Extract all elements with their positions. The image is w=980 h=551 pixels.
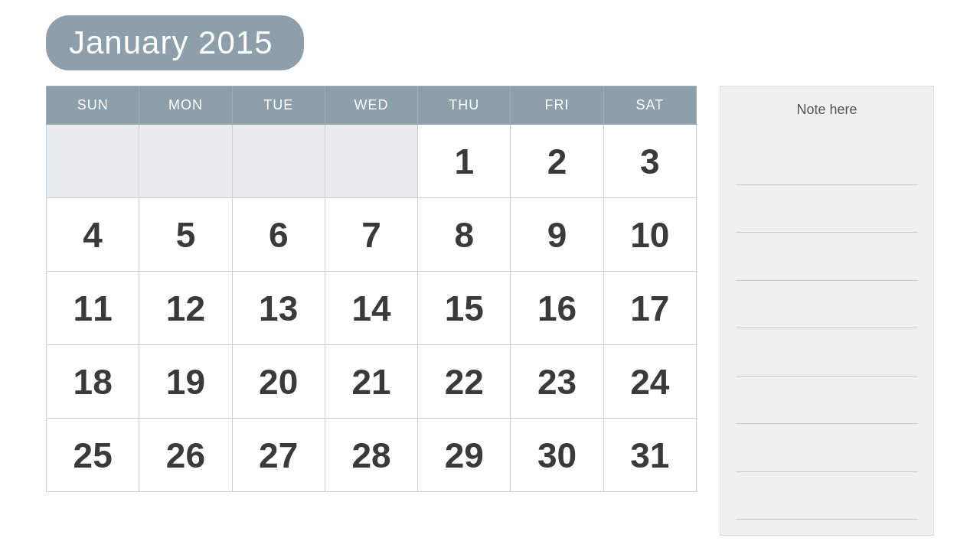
note-line[interactable] (736, 472, 918, 520)
notes-header: Note here (720, 86, 933, 129)
content-area: SUN MON TUE WED THU FRI SAT 123456789101… (46, 86, 934, 536)
header-mon: MON (139, 86, 232, 125)
header-sun: SUN (47, 86, 139, 125)
calendar-week-row: 11121314151617 (47, 272, 697, 345)
calendar-day[interactable]: 6 (232, 198, 325, 272)
header-thu: THU (418, 86, 511, 125)
note-line[interactable] (736, 137, 918, 185)
calendar-day[interactable]: 13 (232, 272, 325, 345)
calendar-day[interactable]: 30 (511, 419, 603, 492)
calendar-day[interactable]: 18 (47, 345, 139, 419)
calendar-day[interactable]: 27 (232, 419, 325, 492)
calendar-day[interactable]: 10 (603, 198, 696, 272)
calendar-day[interactable]: 31 (603, 419, 696, 492)
calendar-day[interactable]: 20 (232, 345, 325, 419)
calendar-day[interactable]: 19 (139, 345, 232, 419)
calendar-day[interactable]: 8 (418, 198, 511, 272)
header-tue: TUE (232, 86, 325, 125)
calendar-day[interactable]: 24 (603, 345, 696, 419)
calendar-day[interactable]: 28 (325, 419, 417, 492)
calendar-day[interactable]: 11 (47, 272, 139, 345)
calendar-wrapper: SUN MON TUE WED THU FRI SAT 123456789101… (46, 86, 697, 536)
calendar-day[interactable]: 4 (47, 198, 139, 272)
calendar-day (232, 125, 325, 198)
calendar-day[interactable]: 5 (139, 198, 232, 272)
calendar-day[interactable]: 15 (418, 272, 511, 345)
note-line[interactable] (736, 185, 918, 233)
calendar-day (325, 125, 417, 198)
calendar-table: SUN MON TUE WED THU FRI SAT 123456789101… (46, 86, 697, 492)
calendar-day[interactable]: 26 (139, 419, 232, 492)
calendar-day (139, 125, 232, 198)
calendar-day[interactable]: 22 (418, 345, 511, 419)
calendar-day[interactable]: 17 (603, 272, 696, 345)
note-line[interactable] (736, 328, 918, 377)
header-fri: FRI (511, 86, 603, 125)
calendar-day[interactable]: 25 (47, 419, 139, 492)
calendar-day[interactable]: 9 (511, 198, 603, 272)
month-title: January 2015 (46, 15, 304, 70)
note-line[interactable] (736, 281, 918, 329)
header-sat: SAT (603, 86, 696, 125)
calendar-day[interactable]: 3 (603, 125, 696, 198)
calendar-day[interactable]: 21 (325, 345, 417, 419)
days-header-row: SUN MON TUE WED THU FRI SAT (47, 86, 697, 125)
calendar-day[interactable]: 1 (418, 125, 511, 198)
calendar-day[interactable]: 2 (511, 125, 603, 198)
calendar-week-row: 45678910 (47, 198, 697, 272)
calendar-day[interactable]: 16 (511, 272, 603, 345)
notes-panel: Note here (720, 86, 934, 536)
calendar-day[interactable]: 7 (325, 198, 417, 272)
calendar-week-row: 123 (47, 125, 697, 198)
calendar-day[interactable]: 12 (139, 272, 232, 345)
note-line[interactable] (736, 377, 918, 425)
calendar-day (47, 125, 139, 198)
month-title-wrapper: January 2015 (46, 15, 934, 70)
header-wed: WED (325, 86, 417, 125)
calendar-day[interactable]: 29 (418, 419, 511, 492)
calendar-day[interactable]: 23 (511, 345, 603, 419)
calendar-day[interactable]: 14 (325, 272, 417, 345)
page-container: January 2015 SUN MON TUE WED THU FRI SAT (0, 0, 980, 551)
calendar-week-row: 18192021222324 (47, 345, 697, 419)
notes-lines (720, 129, 933, 535)
calendar-week-row: 25262728293031 (47, 419, 697, 492)
note-line[interactable] (736, 233, 918, 281)
note-line[interactable] (736, 424, 918, 472)
